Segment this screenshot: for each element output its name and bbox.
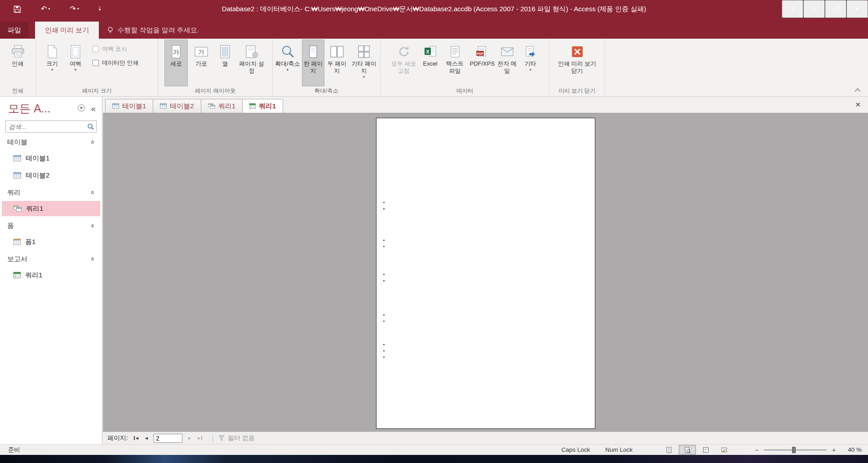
nav-search-box [5,120,97,133]
margins-dropdown-icon: ▾ [75,67,77,72]
nav-pane-title[interactable]: 모든 A... [8,101,77,116]
group-label-page-size: 페이지 크기 [36,86,158,96]
nav-item-label: 테이블2 [26,171,49,180]
document-close-button[interactable]: ✕ [848,101,868,109]
page-content-mark [383,240,385,241]
maximize-button[interactable] [825,0,846,18]
quick-access-toolbar: ↶ ▾ ↷ ▾ ▾ [0,5,101,13]
zoom-slider[interactable] [764,450,827,450]
titlebar: ↶ ▾ ↷ ▾ ▾ Database2 : 데이터베이스- C:₩Users₩j… [0,0,868,18]
doc-tab-label: 테이블1 [122,102,146,111]
page-content-mark [383,350,385,352]
close-button[interactable]: ✕ [846,0,868,18]
page-number-input[interactable] [154,434,182,443]
zoom-slider-thumb[interactable] [792,447,796,453]
nav-item-table1[interactable]: 테이블1 [2,151,100,166]
zoom-in-button[interactable]: + [831,446,837,454]
nav-item-report-query1[interactable]: 쿼리1 [2,267,100,283]
size-button[interactable]: 크기 ▾ [40,40,64,86]
page-content-mark [383,202,385,203]
shutter-bar-close-button[interactable]: « [91,104,96,113]
refresh-all-button: 모두 새로 고침 [390,40,418,86]
redo-icon: ↷ [70,5,75,13]
export-excel-button[interactable]: X Excel [420,40,441,86]
table-icon [13,155,21,161]
close-preview-icon [571,43,584,60]
previous-page-icon: ◄ [144,436,149,441]
export-email-button[interactable]: 전자 메일 [496,40,519,86]
landscape-button[interactable]: 가 가로 [190,40,213,86]
undo-button[interactable]: ↶ ▾ [41,5,50,13]
report-view-button[interactable] [660,445,678,454]
previous-page-button[interactable]: ◄ [142,436,151,441]
group-label-data: 데이터 [381,86,549,96]
help-button[interactable]: ? [782,0,803,18]
minimize-icon: ─ [812,5,817,13]
table-icon [13,172,21,178]
page-setup-button[interactable]: 페이지 설정 [237,40,266,86]
more-pages-dropdown-icon: ▾ [363,75,365,79]
nav-section-forms[interactable]: 폼 « [0,219,102,232]
two-pages-button[interactable]: 두 페이지 [326,40,348,86]
save-button[interactable] [13,5,21,13]
print-preview-view-button[interactable] [679,445,696,454]
view-shortcuts [660,445,733,454]
nav-section-label: 폼 [7,222,14,230]
minimize-button[interactable]: ─ [803,0,825,18]
customize-qat-button[interactable]: ▾ [99,7,101,12]
columns-button[interactable]: 열 [215,40,235,86]
window-title: Database2 : 데이터베이스- C:₩Users₩jeong₩OneDr… [0,5,868,13]
no-filter-label: 필터 없음 [228,434,255,442]
doc-tab-report-query1[interactable]: 쿼리1 [242,99,283,113]
preview-page[interactable] [376,118,595,429]
nav-item-form1[interactable]: 폼1 [2,234,100,249]
undo-icon: ↶ [41,5,47,13]
design-view-button[interactable] [716,445,733,454]
nav-item-query1[interactable]: 쿼리1 [2,201,100,216]
search-input[interactable] [6,123,87,130]
nav-section-tables[interactable]: 테이블 « [0,135,102,149]
pdf-xps-icon: PDF [475,43,488,60]
layout-view-button[interactable] [697,445,714,454]
collapse-section-icon: « [89,257,97,261]
save-icon [13,5,21,13]
zoom-button[interactable]: 확대/축소 ▾ [275,40,301,86]
export-text-file-button[interactable]: 텍스트 파일 [443,40,468,86]
tell-me-box[interactable]: 수행할 작업을 알려 주세요. [107,22,199,39]
print-preview-area [103,113,868,432]
last-page-button: ► [195,436,204,441]
redo-dropdown-icon: ▾ [77,7,79,11]
nav-item-table2[interactable]: 테이블2 [2,168,100,183]
first-page-button[interactable]: ◄ [132,436,142,441]
nav-section-queries[interactable]: 쿼리 « [0,186,102,199]
nav-pane-menu-button[interactable] [77,104,85,114]
one-page-button[interactable]: 한 페이지 [302,40,324,86]
export-pdf-xps-button[interactable]: PDF PDF/XPS [469,40,494,86]
doc-tab-label: 테이블2 [170,102,194,111]
doc-tab-table2[interactable]: 테이블2 [153,99,201,113]
print-button[interactable]: 인쇄 [5,40,31,86]
export-more-button[interactable]: 기타 ▾ [521,40,540,86]
collapse-ribbon-button[interactable] [855,87,861,93]
close-print-preview-button[interactable]: 인쇄 미리 보기 닫기 [556,40,599,86]
magnifier-icon [280,43,295,60]
redo-button[interactable]: ↷ ▾ [70,5,79,13]
tab-print-preview[interactable]: 인쇄 미리 보기 [35,22,99,39]
tab-file[interactable]: 파일 [0,22,29,39]
portrait-icon: 가 [170,43,182,60]
portrait-button[interactable]: 가 세로 [164,40,188,86]
zoom-out-button[interactable]: − [753,446,760,454]
more-pages-button[interactable]: 기타 페이지 ▾ [350,40,378,86]
doc-tab-table1[interactable]: 테이블1 [105,99,153,113]
print-data-only-checkbox-row[interactable]: 데이터만 인쇄 [93,59,139,67]
margins-button[interactable]: 여백 ▾ [64,40,87,86]
nav-section-reports[interactable]: 보고서 « [0,252,102,266]
zoom-level-label[interactable]: 40 % [841,446,862,453]
print-data-only-checkbox[interactable] [93,60,99,66]
margins-icon [70,43,81,60]
doc-tab-query1[interactable]: 쿼리1 [201,99,243,113]
svg-text:X: X [426,49,430,54]
zoom-control: − + 40 % [753,446,862,454]
close-document-icon: ✕ [855,101,861,108]
num-lock-indicator: Num Lock [605,446,633,453]
